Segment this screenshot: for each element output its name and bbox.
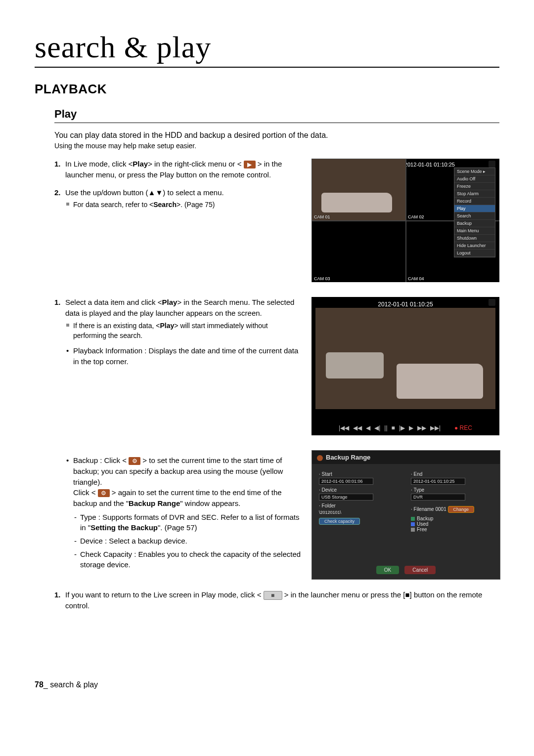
section-heading-playback: PLAYBACK: [35, 82, 499, 97]
chapter-title: search & play: [35, 30, 499, 68]
screenshot-live-quad: 2012-01-01 01:10:25 CAM 01 CAM 02 CAM 03…: [312, 159, 499, 282]
menu-backup[interactable]: Backup: [454, 220, 495, 227]
step-2: Use the up/down button (▲▼) to select a …: [54, 187, 303, 210]
ctrl-play[interactable]: ▶: [409, 424, 413, 431]
step-3-note: If there is an existing data, <Play> wil…: [65, 321, 303, 341]
dash-device: Device : Select a backup device.: [73, 536, 303, 546]
backup-end-field[interactable]: 2012-01-01 01:10:25: [411, 478, 465, 485]
play-icon: ▶: [244, 161, 256, 168]
page-footer: 78_ search & play: [35, 680, 499, 689]
playback-controls[interactable]: |◀◀ ◀◀ ◀ ◀| || ■ |▶ ▶ ▶▶ ▶▶| ● REC: [312, 422, 499, 433]
backup-type-select[interactable]: DVR: [411, 494, 465, 501]
user-icon: [489, 299, 495, 306]
rec-indicator: ● REC: [454, 424, 472, 431]
screenshot-backup-range: Backup Range · Start 2012-01-01 00:01:06…: [312, 450, 500, 580]
ctrl-skip-fwd[interactable]: ▶▶|: [430, 424, 441, 431]
context-menu[interactable]: Scene Mode ▸ Audio Off Freeze Stop Alarm…: [454, 168, 495, 257]
step-2-note: For data search, refer to <Search>. (Pag…: [65, 200, 303, 210]
menu-stop-alarm[interactable]: Stop Alarm: [454, 190, 495, 198]
bullet-playback-info: Playback Information : Displays the date…: [65, 345, 303, 367]
dash-capacity: Check Capacity : Enables you to check th…: [73, 549, 303, 570]
backup-start-field[interactable]: 2012-01-01 00:01:06: [319, 478, 373, 485]
dash-type: Type : Supports formats of DVR and SEC. …: [73, 512, 303, 533]
ctrl-ff[interactable]: ▶▶: [417, 424, 426, 431]
step-4: If you want to return to the Live screen…: [54, 589, 499, 611]
menu-freeze[interactable]: Freeze: [454, 183, 495, 190]
step-1: In Live mode, click <Play> in the right-…: [54, 159, 303, 180]
intro-text: You can play data stored in the HDD and …: [54, 131, 499, 140]
menu-shutdown[interactable]: Shutdown: [454, 235, 495, 242]
subsection-heading-play: Play: [54, 108, 499, 123]
menu-hide-launcher[interactable]: Hide Launcher: [454, 242, 495, 250]
menu-record[interactable]: Record: [454, 198, 495, 205]
ctrl-rewind[interactable]: ◀◀: [353, 424, 362, 431]
backup-title: Backup Range: [312, 451, 500, 464]
step-3: Select a data item and click <Play> in t…: [54, 297, 303, 367]
backup-folder: \20120101\: [319, 510, 341, 515]
backup-icon: ⚙: [129, 457, 140, 465]
menu-search[interactable]: Search: [454, 212, 495, 220]
check-capacity-button[interactable]: Check capacity: [319, 518, 360, 525]
menu-main-menu[interactable]: Main Menu: [454, 227, 495, 235]
screenshot-playback: 2012-01-01 01:10:25 |◀◀ ◀◀ ◀ ◀| || ■ |▶ …: [312, 297, 499, 435]
intro-subtext: Using the mouse may help make setup easi…: [54, 142, 499, 150]
ctrl-step-back[interactable]: ◀|: [374, 424, 380, 431]
change-button[interactable]: Change: [448, 506, 475, 513]
backup-icon: ⚙: [98, 489, 110, 497]
ctrl-back[interactable]: ◀: [366, 424, 370, 431]
menu-play[interactable]: Play: [454, 205, 495, 212]
stop-icon: ■: [264, 591, 282, 600]
ctrl-stop[interactable]: ■: [392, 424, 395, 431]
bullet-backup: Backup : Click < ⚙ > to set the current …: [65, 455, 303, 570]
ok-button[interactable]: OK: [376, 566, 399, 574]
ctrl-pause[interactable]: ||: [384, 424, 387, 431]
cancel-button[interactable]: Cancel: [404, 566, 436, 574]
gear-icon: [317, 455, 323, 461]
menu-audio-off[interactable]: Audio Off: [454, 175, 495, 183]
menu-logout[interactable]: Logout: [454, 250, 495, 257]
ctrl-step-fwd[interactable]: |▶: [399, 424, 405, 431]
menu-scene-mode[interactable]: Scene Mode ▸: [454, 168, 495, 175]
backup-device-select[interactable]: USB Storage: [319, 494, 373, 501]
ctrl-skip-back[interactable]: |◀◀: [339, 424, 349, 431]
playback-timestamp: 2012-01-01 01:10:25: [312, 301, 499, 308]
